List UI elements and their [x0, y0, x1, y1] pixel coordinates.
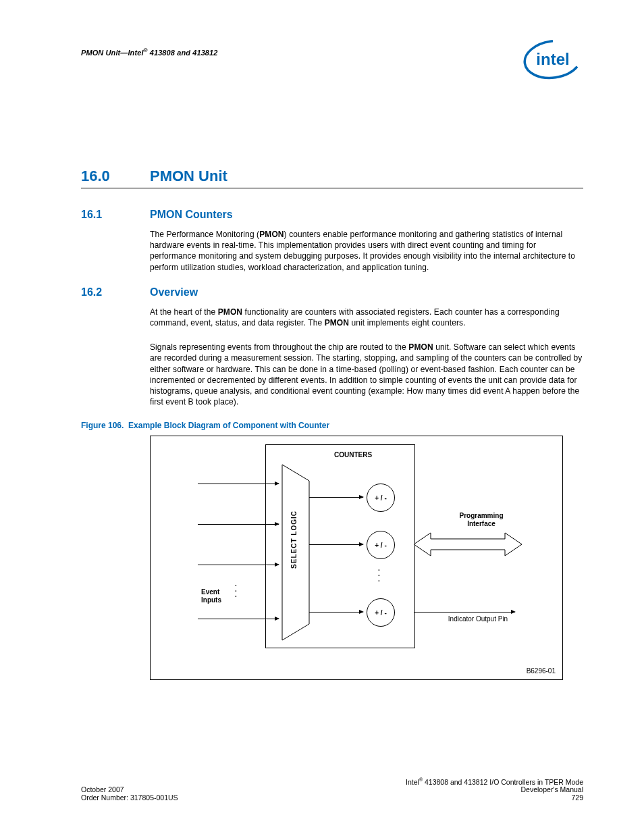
- section-number: 16.2: [81, 286, 150, 298]
- section-rule: [81, 188, 583, 188]
- section-16.1-heading: 16.1 PMON Counters: [81, 209, 583, 221]
- ellipsis-dots: ...: [378, 566, 380, 582]
- internal-arrow: [309, 612, 363, 613]
- event-input-arrow: [198, 524, 279, 525]
- page-header: PMON Unit—Intel® 413808 and 413812 intel: [81, 39, 583, 80]
- running-head-text: PMON Unit—Intel® 413808 and 413812: [81, 47, 218, 57]
- footer-right: Intel® 413808 and 413812 I/O Controllers…: [406, 777, 583, 802]
- select-logic-label: SELECT LOGIC: [290, 511, 298, 569]
- internal-arrow: [309, 544, 363, 545]
- paragraph-16.2-a: At the heart of the PMON functionality a…: [150, 307, 583, 328]
- indicator-output-label: Indicator Output Pin: [434, 615, 522, 623]
- section-title: Overview: [150, 286, 198, 298]
- section-number: 16.1: [81, 209, 150, 221]
- indicator-output-arrow: [414, 612, 515, 613]
- counter-node: + / -: [367, 598, 395, 627]
- internal-arrow: [309, 497, 363, 498]
- event-input-arrow: [198, 619, 279, 619]
- paragraph-16.2-b: Signals representing events from through…: [150, 342, 583, 407]
- section-number: 16.0: [81, 167, 150, 185]
- figure-106-caption: Figure 106. Example Block Diagram of Com…: [81, 421, 583, 430]
- section-16.0-heading: 16.0 PMON Unit: [81, 167, 583, 185]
- page-footer: October 2007 Order Number: 317805-001US …: [81, 777, 583, 802]
- event-inputs-label: EventInputs: [201, 588, 235, 604]
- footer-left: October 2007 Order Number: 317805-001US: [81, 785, 178, 802]
- event-input-arrow: [198, 565, 279, 565]
- counter-node: + / -: [367, 531, 395, 559]
- intel-logo-icon: intel: [522, 39, 583, 80]
- ellipsis-dots: ...: [235, 581, 237, 598]
- counter-node: + / -: [367, 484, 395, 512]
- paragraph-16.1: The Performance Monitoring (PMON) counte…: [150, 229, 583, 273]
- event-input-arrow: [198, 484, 279, 484]
- section-16.2-heading: 16.2 Overview: [81, 286, 583, 298]
- programming-interface-arrow-icon: [414, 531, 522, 558]
- figure-106-diagram: COUNTERS SELECT LOGIC ... EventInputs + …: [150, 436, 563, 680]
- page-number: 729: [571, 793, 583, 802]
- diagram-id: B6296-01: [527, 667, 556, 675]
- svg-text:intel: intel: [536, 50, 569, 68]
- svg-marker-3: [414, 533, 522, 556]
- section-title: PMON Counters: [150, 209, 233, 221]
- programming-interface-label: ProgrammingInterface: [448, 512, 515, 528]
- section-title: PMON Unit: [150, 167, 227, 185]
